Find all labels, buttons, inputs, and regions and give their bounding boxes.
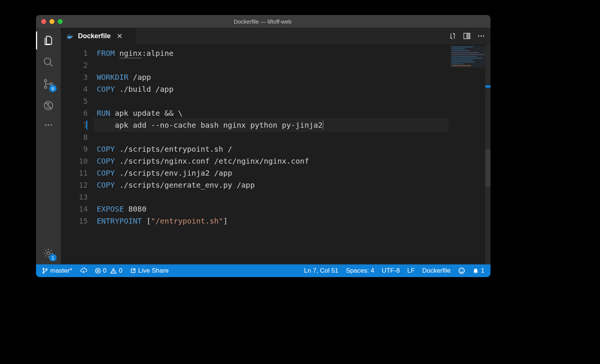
scroll-thumb[interactable] <box>485 149 490 186</box>
activity-bar: 6 1 <box>36 28 61 264</box>
activity-search[interactable] <box>39 53 57 71</box>
cloud-sync-icon <box>80 267 87 274</box>
code-line[interactable] <box>94 131 490 143</box>
code-line[interactable]: COPY ./scripts/generate_env.py /app <box>94 179 490 191</box>
svg-point-16 <box>46 269 47 270</box>
svg-point-5 <box>45 124 46 126</box>
status-bar: master* 0 0 Live Share Ln 7, Col 51 Spac… <box>36 264 490 277</box>
svg-point-1 <box>44 79 46 82</box>
line-number: 13 <box>61 191 88 203</box>
branch-label: master* <box>50 267 72 274</box>
status-feedback[interactable] <box>456 267 467 274</box>
code-line[interactable]: WORKDIR /app <box>94 71 490 83</box>
window-title: Dockerfile — liftoff-web <box>40 18 485 25</box>
status-notifications[interactable]: 1 <box>470 267 487 274</box>
code-content[interactable]: FROM nginx:alpineWORKDIR /appCOPY ./buil… <box>94 44 490 264</box>
code-line[interactable]: COPY ./scripts/nginx.conf /etc/nginx/ngi… <box>94 155 490 167</box>
status-indentation[interactable]: Spaces: 4 <box>344 267 376 274</box>
code-line[interactable]: EXPOSE 8080 <box>94 203 490 215</box>
line-number: 4 <box>61 83 88 95</box>
editor-group: Dockerfile <box>61 28 490 264</box>
svg-point-7 <box>50 124 52 126</box>
activity-overflow[interactable] <box>39 118 57 132</box>
status-encoding[interactable]: UTF-8 <box>380 267 402 274</box>
line-number: 6 <box>61 107 88 119</box>
code-area[interactable]: 123456789101112131415 FROM nginx:alpineW… <box>61 44 490 264</box>
smiley-icon <box>458 267 465 274</box>
svg-rect-10 <box>467 33 470 39</box>
activity-explorer[interactable] <box>39 31 57 49</box>
text-cursor <box>323 121 323 130</box>
svg-point-0 <box>44 58 51 65</box>
settings-badge: 1 <box>49 254 57 261</box>
git-branch-icon <box>42 268 48 274</box>
docker-file-icon <box>66 32 74 40</box>
scrollbar-track[interactable] <box>485 44 490 264</box>
code-line[interactable]: RUN apk update && \ <box>94 107 490 119</box>
status-branch[interactable]: master* <box>40 267 75 274</box>
code-line[interactable]: FROM nginx:alpine <box>94 47 490 59</box>
error-count: 0 <box>103 267 106 274</box>
line-number: 7 <box>61 119 88 131</box>
svg-point-19 <box>460 270 461 270</box>
svg-point-8 <box>47 252 50 255</box>
status-language[interactable]: Dockerfile <box>420 267 453 274</box>
status-problems[interactable]: 0 0 <box>93 267 125 274</box>
line-number: 5 <box>61 95 88 107</box>
activity-debug[interactable] <box>39 97 57 115</box>
svg-point-14 <box>43 268 44 270</box>
compare-changes-button[interactable] <box>448 32 457 40</box>
liveshare-icon <box>130 268 136 274</box>
error-icon <box>95 268 101 274</box>
svg-point-12 <box>480 35 482 37</box>
minimap[interactable] <box>448 44 490 264</box>
line-number: 8 <box>61 131 88 143</box>
more-actions-button[interactable] <box>477 32 485 40</box>
activity-scm[interactable]: 6 <box>39 75 57 93</box>
scroll-marker <box>485 85 490 88</box>
svg-point-2 <box>44 86 46 88</box>
close-icon <box>117 33 123 39</box>
warning-icon <box>110 268 117 274</box>
code-line[interactable] <box>94 59 490 71</box>
split-icon <box>463 32 471 40</box>
line-number-gutter: 123456789101112131415 <box>61 44 94 264</box>
code-line[interactable]: COPY ./scripts/env.jinja2 /app <box>94 167 490 179</box>
vscode-window: Dockerfile — liftoff-web 6 1 <box>36 15 490 277</box>
tab-dockerfile[interactable]: Dockerfile <box>61 28 136 44</box>
code-line[interactable]: COPY ./build /app <box>94 83 490 95</box>
ellipsis-icon <box>477 32 485 40</box>
line-number: 2 <box>61 59 88 71</box>
bell-icon <box>472 268 479 274</box>
scm-badge: 6 <box>49 85 57 92</box>
ellipsis-icon <box>44 120 53 130</box>
code-line[interactable] <box>94 95 490 107</box>
svg-point-13 <box>483 35 484 37</box>
files-icon <box>43 35 54 46</box>
editor-header-actions <box>443 28 490 44</box>
line-number: 11 <box>61 167 88 179</box>
minimap-thumb <box>450 46 489 67</box>
window-body: 6 1 Dockerfile <box>36 28 490 264</box>
status-sync[interactable] <box>78 267 90 274</box>
close-tab-button[interactable] <box>117 33 123 39</box>
code-line[interactable]: COPY ./scripts/entrypoint.sh / <box>94 143 490 155</box>
svg-point-18 <box>459 268 464 274</box>
compare-icon <box>448 32 457 40</box>
activity-settings[interactable]: 1 <box>39 244 57 262</box>
code-line[interactable] <box>94 191 490 203</box>
line-number: 15 <box>61 215 88 227</box>
search-icon <box>43 57 54 68</box>
status-cursor-position[interactable]: Ln 7, Col 51 <box>302 267 341 274</box>
titlebar: Dockerfile — liftoff-web <box>36 15 490 28</box>
notification-count: 1 <box>481 267 484 274</box>
svg-point-6 <box>48 124 49 126</box>
status-liveshare[interactable]: Live Share <box>128 267 171 274</box>
status-eol[interactable]: LF <box>405 267 417 274</box>
line-number: 9 <box>61 143 88 155</box>
split-editor-button[interactable] <box>463 32 471 40</box>
code-line[interactable]: ENTRYPOINT ["/entrypoint.sh"] <box>94 215 490 227</box>
liveshare-label: Live Share <box>138 267 169 274</box>
line-number: 1 <box>61 47 88 59</box>
code-line[interactable]: apk add --no-cache bash nginx python py-… <box>94 119 490 131</box>
